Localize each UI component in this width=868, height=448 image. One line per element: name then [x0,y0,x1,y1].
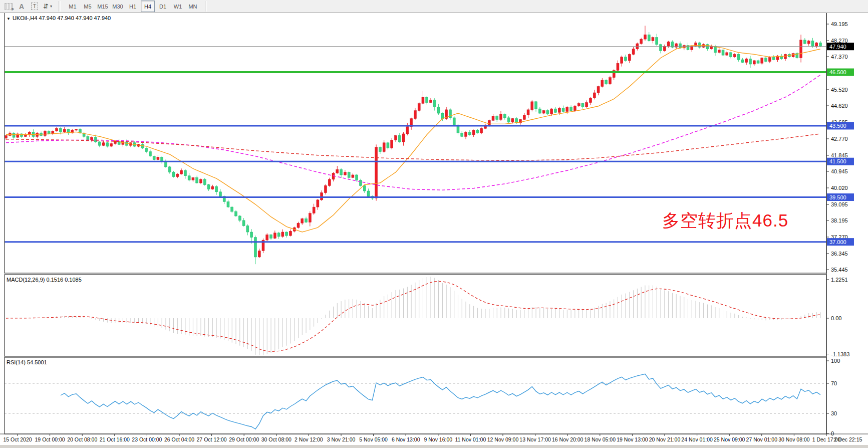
price-tag-label: 43.500 [829,123,846,129]
time-axis-label: 3 Nov 21:00 [327,436,356,442]
time-axis-label: 23 Oct 00:00 [132,436,162,442]
timeframe-button-m15[interactable]: M15 [96,1,110,12]
rsi-axis-tick: 0 [831,430,834,436]
dropdown-caret-icon: ▾ [50,4,52,9]
time-axis-label: 25 Nov 09:00 [714,436,745,442]
macd-axis-tick: 1.2251 [831,277,848,283]
time-axis-label: 6 Nov 13:00 [392,436,420,442]
price-tag-label: 37.000 [829,239,846,245]
toolbar-icon-group: F A T ⇵ ▾ [0,0,56,13]
timeframe-button-h4[interactable]: H4 [141,1,155,12]
time-axis-label: 30 Nov 08:00 [778,436,810,442]
grid-f-label: F [12,7,14,12]
time-axis-label: 29 Oct 00:00 [229,436,259,442]
time-axis-label: 11 Nov 01:00 [455,436,486,442]
time-axis-label: 5 Nov 05:00 [359,436,388,442]
time-axis-label: 26 Oct 04:00 [164,436,194,442]
timeframe-button-m30[interactable]: M30 [111,1,125,12]
time-axis-label: 19 Oct 00:00 [35,436,65,442]
time-axis-label: 24 Nov 01:00 [681,436,713,442]
rsi-axis-tick: 30 [831,410,837,416]
price-axis-tick: 39.095 [831,201,848,207]
toolbar-separator [59,1,61,12]
price-axis-tick: 38.195 [831,217,848,223]
text-box-glyph: T [31,3,39,10]
toolbar: F A T ⇵ ▾ M1M5M15M30H1H4D1W1MN [0,0,868,13]
time-axis-label: 12 Nov 09:00 [487,436,519,442]
macd-axis-tick: -1.1383 [831,351,849,357]
time-axis-label: 13 Nov 17:00 [519,436,551,442]
time-axis-label: 9 Nov 16:00 [424,436,452,442]
time-axis-label: 18 Nov 05:00 [585,436,616,442]
timeframe-button-m5[interactable]: M5 [81,1,95,12]
price-tag-label: 46.500 [829,69,846,75]
chart-canvas[interactable]: 49.19548.27047.37045.52044.62043.68542.7… [0,0,868,448]
rsi-axis-tick: 100 [831,358,840,364]
toolbar-separator [205,1,207,12]
time-axis-label: 19 Nov 13:00 [617,436,648,442]
price-axis-tick: 44.620 [831,103,848,109]
text-box-icon[interactable]: T [29,1,41,12]
timeframe-button-m1[interactable]: M1 [66,1,80,12]
price-axis-tick: 42.770 [831,136,848,142]
time-axis-label: 27 Oct 12:00 [197,436,227,442]
price-axis-tick: 47.370 [831,54,848,60]
price-tag-label: 47.940 [829,44,846,50]
time-axis-label: 27 Nov 01:00 [746,436,778,442]
timeframe-button-w1[interactable]: W1 [171,1,185,12]
rsi-axis-tick: 70 [831,380,837,386]
bottom-strip [0,445,868,448]
timeframe-button-h1[interactable]: H1 [126,1,140,12]
price-axis-tick: 35.445 [831,267,848,273]
price-axis-tick: 49.195 [831,21,848,27]
time-axis-label: 20 Nov 21:00 [649,436,681,442]
time-axis-label: 30 Oct 08:00 [261,436,292,442]
time-axis-label: 2 Dec 22:15 [834,436,862,442]
time-axis-label: 20 Oct 08:00 [67,436,97,442]
cycle-arrows-icon[interactable]: ⇵ ▾ [42,1,54,12]
price-tag-label: 41.500 [829,158,846,164]
price-axis-tick: 40.945 [831,168,848,174]
price-axis-tick: 41.845 [831,152,848,158]
macd-axis-tick: 0.00 [831,315,841,321]
dotted-grid-icon[interactable]: F [3,1,15,12]
time-axis-label: 21 Oct 16:00 [100,436,130,442]
time-axis-label: 2 Nov 12:00 [295,436,323,442]
time-axis-label: 15 Oct 2020 [3,436,32,442]
price-axis-tick: 48.270 [831,38,848,44]
price-tag-label: 39.500 [829,194,846,200]
price-axis-tick: 40.020 [831,185,848,191]
timeframe-button-d1[interactable]: D1 [156,1,170,12]
arrows-glyph: ⇵ [43,3,49,10]
timeframe-group: M1M5M15M30H1H4D1W1MN [63,0,202,13]
time-axis-label: 16 Nov 20:00 [552,436,584,442]
price-axis-tick: 45.520 [831,87,848,93]
timeframe-button-mn[interactable]: MN [186,1,200,12]
price-axis-tick: 36.345 [831,251,848,257]
text-label-icon[interactable]: A [16,1,28,12]
